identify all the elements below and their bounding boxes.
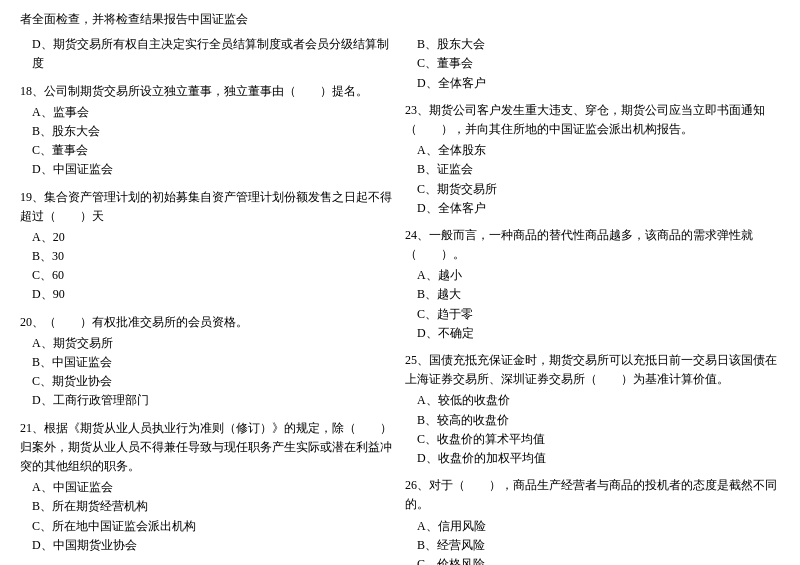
q25-optD: D、收盘价的加权平均值 <box>405 449 780 468</box>
q18-optA: A、监事会 <box>20 103 395 122</box>
q23-optC: C、期货交易所 <box>405 180 780 199</box>
right-column: B、股东大会 C、董事会 D、全体客户 23、期货公司客户发生重大违支、穿仓，期… <box>405 35 780 565</box>
question-20: 20、（ ）有权批准交易所的会员资格。 A、期货交易所 B、中国证监会 C、期货… <box>20 313 395 411</box>
q23-optA: A、全体股东 <box>405 141 780 160</box>
q24-optA: A、越小 <box>405 266 780 285</box>
left-column: D、期货交易所有权自主决定实行全员结算制度或者会员分级结算制度 18、公司制期货… <box>20 35 395 565</box>
question-18: 18、公司制期货交易所设立独立董事，独立董事由（ ）提名。 A、监事会 B、股东… <box>20 82 395 180</box>
q20-optA: A、期货交易所 <box>20 334 395 353</box>
q22-optD: D、全体客户 <box>405 74 780 93</box>
q24-optC: C、趋于零 <box>405 305 780 324</box>
q24-optD: D、不确定 <box>405 324 780 343</box>
q21-optB: B、所在期货经营机构 <box>20 497 395 516</box>
q25-text: 25、国债充抵充保证金时，期货交易所可以充抵日前一交易日该国债在上海证券交易所、… <box>405 351 780 389</box>
page-container: 者全面检查，并将检查结果报告中国证监会 D、期货交易所有权自主决定实行全员结算制… <box>20 10 780 565</box>
q26-text: 26、对于（ ），商品生产经营者与商品的投机者的态度是截然不同的。 <box>405 476 780 514</box>
q18-optD: D、中国证监会 <box>20 160 395 179</box>
question-25: 25、国债充抵充保证金时，期货交易所可以充抵日前一交易日该国债在上海证券交易所、… <box>405 351 780 468</box>
q22-optB: B、股东大会 <box>405 35 780 54</box>
q18-optC: C、董事会 <box>20 141 395 160</box>
q21-optC: C、所在地中国证监会派出机构 <box>20 517 395 536</box>
q25-optC: C、收盘价的算术平均值 <box>405 430 780 449</box>
question-19: 19、集合资产管理计划的初始募集自资产管理计划份额发售之日起不得超过（ ）天 A… <box>20 188 395 305</box>
q20-optC: C、期货业协会 <box>20 372 395 391</box>
q21-optA: A、中国证监会 <box>20 478 395 497</box>
q23-optD: D、全体客户 <box>405 199 780 218</box>
q18-optB: B、股东大会 <box>20 122 395 141</box>
q23-text: 23、期货公司客户发生重大违支、穿仓，期货公司应当立即书面通知（ ），并向其住所… <box>405 101 780 139</box>
q26-optB: B、经营风险 <box>405 536 780 555</box>
q19-text: 19、集合资产管理计划的初始募集自资产管理计划份额发售之日起不得超过（ ）天 <box>20 188 395 226</box>
question-26: 26、对于（ ），商品生产经营者与商品的投机者的态度是截然不同的。 A、信用风险… <box>405 476 780 565</box>
q20-optB: B、中国证监会 <box>20 353 395 372</box>
question-22-cont: B、股东大会 C、董事会 D、全体客户 <box>405 35 780 93</box>
q21-optD: D、中国期货业协会 <box>20 536 395 555</box>
prev-question-d-option: D、期货交易所有权自主决定实行全员结算制度或者会员分级结算制度 <box>20 35 395 73</box>
q24-optB: B、越大 <box>405 285 780 304</box>
q21-text: 21、根据《期货从业人员执业行为准则（修订）》的规定，除（ ）归案外，期货从业人… <box>20 419 395 477</box>
q20-optD: D、工商行政管理部门 <box>20 391 395 410</box>
header-line: 者全面检查，并将检查结果报告中国证监会 <box>20 10 780 29</box>
q19-optB: B、30 <box>20 247 395 266</box>
q23-optB: B、证监会 <box>405 160 780 179</box>
q25-optB: B、较高的收盘价 <box>405 411 780 430</box>
q26-optA: A、信用风险 <box>405 517 780 536</box>
q18-text: 18、公司制期货交易所设立独立董事，独立董事由（ ）提名。 <box>20 82 395 101</box>
q25-optA: A、较低的收盘价 <box>405 391 780 410</box>
q26-optC: C、价格风险 <box>405 555 780 565</box>
q22-optC: C、董事会 <box>405 54 780 73</box>
option-d-prev: D、期货交易所有权自主决定实行全员结算制度或者会员分级结算制度 <box>20 35 395 73</box>
q19-optC: C、60 <box>20 266 395 285</box>
q24-text: 24、一般而言，一种商品的替代性商品越多，该商品的需求弹性就（ ）。 <box>405 226 780 264</box>
header-line1: 者全面检查，并将检查结果报告中国证监会 <box>20 12 248 26</box>
two-column-layout: D、期货交易所有权自主决定实行全员结算制度或者会员分级结算制度 18、公司制期货… <box>20 35 780 565</box>
q20-text: 20、（ ）有权批准交易所的会员资格。 <box>20 313 395 332</box>
question-23: 23、期货公司客户发生重大违支、穿仓，期货公司应当立即书面通知（ ），并向其住所… <box>405 101 780 218</box>
q19-optA: A、20 <box>20 228 395 247</box>
question-21: 21、根据《期货从业人员执业行为准则（修订）》的规定，除（ ）归案外，期货从业人… <box>20 419 395 555</box>
question-24: 24、一般而言，一种商品的替代性商品越多，该商品的需求弹性就（ ）。 A、越小 … <box>405 226 780 343</box>
q19-optD: D、90 <box>20 285 395 304</box>
